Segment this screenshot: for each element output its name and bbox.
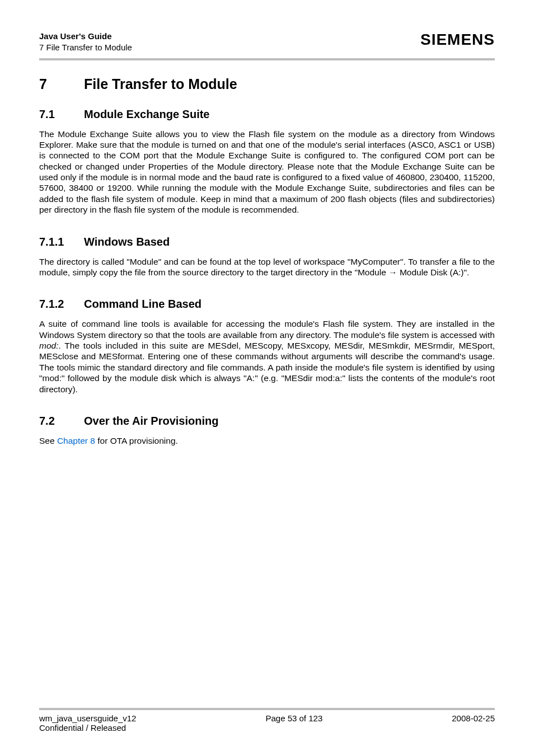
footer-date: 2008-02-25 — [452, 713, 495, 723]
section-title: Windows Based — [84, 236, 170, 248]
section-7-1-para: The Module Exchange Suite allows you to … — [39, 129, 495, 215]
footer-page-number: Page 53 of 123 — [265, 713, 322, 723]
section-7-1-2-para: A suite of command line tools is availab… — [39, 318, 495, 395]
section-7-1-1-para: The directory is called "Module" and can… — [39, 256, 495, 278]
header-divider — [39, 58, 495, 60]
footer-doc-id: wm_java_usersguide_v12 — [39, 713, 136, 723]
para-text: Module Disk (A:)". — [397, 267, 470, 277]
section-title: Command Line Based — [84, 298, 202, 311]
footer-divider — [39, 708, 495, 710]
chapter-8-link[interactable]: Chapter 8 — [57, 436, 95, 445]
section-number: 7.1 — [39, 108, 84, 121]
doc-title: Java User's Guide — [39, 31, 132, 42]
page-footer: wm_java_usersguide_v12 Page 53 of 123 20… — [39, 708, 495, 732]
para-text: . The tools included in this suite are M… — [39, 341, 495, 394]
doc-subtitle: 7 File Transfer to Module — [39, 42, 132, 53]
mod-keyword: mod: — [39, 341, 58, 350]
section-number: 7.2 — [39, 415, 84, 428]
section-number: 7.1.1 — [39, 236, 84, 248]
para-text: for OTA provisioning. — [95, 436, 178, 445]
section-title: Module Exchange Suite — [84, 108, 209, 121]
chapter-title: File Transfer to Module — [84, 76, 237, 92]
section-7-1-heading: 7.1 Module Exchange Suite — [39, 108, 495, 121]
chapter-number: 7 — [39, 76, 84, 92]
section-title: Over the Air Provisioning — [84, 415, 218, 428]
arrow-icon: → — [388, 267, 397, 277]
section-7-1-1-heading: 7.1.1 Windows Based — [39, 236, 495, 248]
para-text: See — [39, 436, 57, 445]
section-7-1-2-heading: 7.1.2 Command Line Based — [39, 298, 495, 311]
footer-classification: Confidential / Released — [39, 723, 495, 732]
para-text: A suite of command line tools is availab… — [39, 319, 495, 339]
brand-logo: SIEMENS — [420, 31, 495, 49]
section-number: 7.1.2 — [39, 298, 84, 311]
section-7-2-para: See Chapter 8 for OTA provisioning. — [39, 435, 495, 446]
section-7-2-heading: 7.2 Over the Air Provisioning — [39, 415, 495, 428]
chapter-heading: 7 File Transfer to Module — [39, 76, 495, 92]
